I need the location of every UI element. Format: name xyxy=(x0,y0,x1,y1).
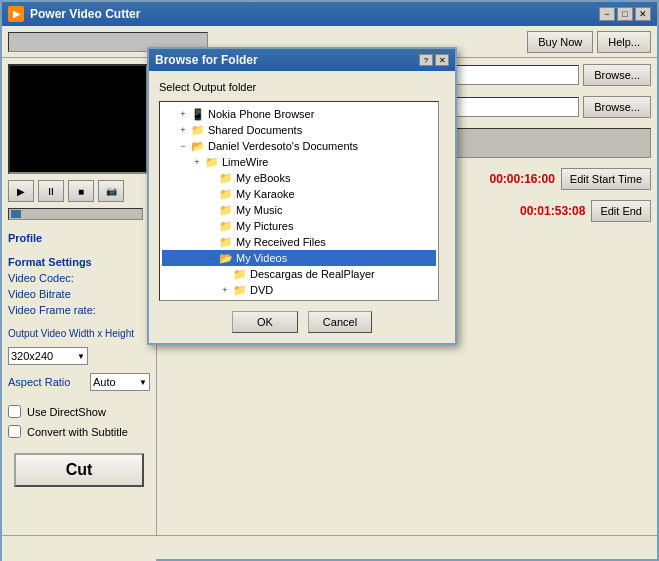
folder-icon: 📁 xyxy=(232,283,248,297)
folder-open-icon: 📂 xyxy=(218,251,234,265)
folder-icon: 📁 xyxy=(190,299,206,300)
tree-item-label: Shared Documents xyxy=(208,124,302,136)
dialog-close-button[interactable]: ✕ xyxy=(435,54,449,66)
tree-item-label: Nokia Phone Browser xyxy=(208,108,314,120)
dialog-buttons: OK Cancel xyxy=(159,311,445,333)
tree-item-nokia[interactable]: + 📱 Nokia Phone Browser xyxy=(162,106,436,122)
tree-item-shared-docs[interactable]: + 📁 Shared Documents xyxy=(162,122,436,138)
tree-item-ebooks[interactable]: 📁 My eBooks xyxy=(162,170,436,186)
tree-item-personal[interactable]: + 📁 Personal xyxy=(162,298,436,300)
folder-icon: 📁 xyxy=(218,187,234,201)
tree-item-label: My Music xyxy=(236,204,282,216)
folder-icon: 📁 xyxy=(232,267,248,281)
tree-item-label: My Karaoke xyxy=(236,188,295,200)
tree-item-label: Daniel Verdesoto's Documents xyxy=(208,140,358,152)
tree-item-descargas[interactable]: 📁 Descargas de RealPlayer xyxy=(162,266,436,282)
dialog-instruction: Select Output folder xyxy=(159,81,445,93)
expand-icon: + xyxy=(176,109,190,119)
folder-icon: 📁 xyxy=(218,171,234,185)
dialog-cancel-button[interactable]: Cancel xyxy=(308,311,372,333)
tree-item-label: My eBooks xyxy=(236,172,290,184)
folder-icon: 📁 xyxy=(218,203,234,217)
tree-item-received-files[interactable]: 📁 My Received Files xyxy=(162,234,436,250)
folder-icon: 📁 xyxy=(218,219,234,233)
tree-item-limewire[interactable]: + 📁 LimeWire xyxy=(162,154,436,170)
folder-icon: 📁 xyxy=(190,123,206,137)
dialog-ok-button[interactable]: OK xyxy=(232,311,298,333)
tree-item-label: LimeWire xyxy=(222,156,268,168)
main-window: ▶ Power Video Cutter − □ ✕ Buy Now Help.… xyxy=(0,0,659,561)
dialog-help-button[interactable]: ? xyxy=(419,54,433,66)
tree-item-pictures[interactable]: 📁 My Pictures xyxy=(162,218,436,234)
tree-item-daniel-docs[interactable]: − 📂 Daniel Verdesoto's Documents xyxy=(162,138,436,154)
phone-icon: 📱 xyxy=(190,107,206,121)
browse-folder-dialog: Browse for Folder ? ✕ Select Output fold… xyxy=(147,47,457,345)
expand-icon: + xyxy=(190,157,204,167)
folder-icon: 📁 xyxy=(204,155,220,169)
tree-item-label: DVD xyxy=(250,284,273,296)
expand-icon: + xyxy=(176,125,190,135)
tree-item-label: Descargas de RealPlayer xyxy=(250,268,375,280)
dialog-content: Select Output folder + 📱 Nokia Phone Bro… xyxy=(149,71,455,343)
dialog-title-controls: ? ✕ xyxy=(419,54,449,66)
tree-item-label: My Received Files xyxy=(236,236,326,248)
folder-icon: 📁 xyxy=(218,235,234,249)
dialog-overlay: Browse for Folder ? ✕ Select Output fold… xyxy=(2,2,657,559)
dialog-title-bar: Browse for Folder ? ✕ xyxy=(149,49,455,71)
expand-icon: − xyxy=(204,253,218,263)
tree-item-my-videos[interactable]: − 📂 My Videos xyxy=(162,250,436,266)
folder-tree[interactable]: + 📱 Nokia Phone Browser + 📁 Shared Docum… xyxy=(159,101,439,301)
tree-item-music[interactable]: 📁 My Music xyxy=(162,202,436,218)
tree-item-karaoke[interactable]: 📁 My Karaoke xyxy=(162,186,436,202)
expand-icon: − xyxy=(176,141,190,151)
tree-item-label: My Pictures xyxy=(236,220,293,232)
tree-scroll-area: + 📱 Nokia Phone Browser + 📁 Shared Docum… xyxy=(160,102,438,300)
tree-item-dvd[interactable]: + 📁 DVD xyxy=(162,282,436,298)
dialog-title: Browse for Folder xyxy=(155,53,258,67)
expand-icon: + xyxy=(218,285,232,295)
tree-item-label: My Videos xyxy=(236,252,287,264)
folder-icon: 📂 xyxy=(190,139,206,153)
